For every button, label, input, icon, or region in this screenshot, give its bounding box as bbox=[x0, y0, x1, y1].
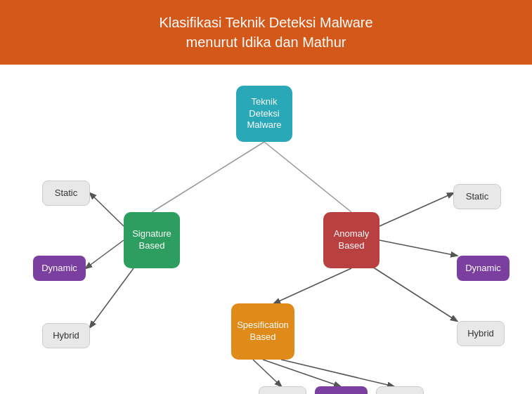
sig-dynamic-node: Dynamic bbox=[33, 256, 86, 281]
node-anomaly-based: AnomalyBased bbox=[323, 212, 379, 268]
diagram-area: Teknik Deteksi Malware SignatureBased An… bbox=[0, 65, 532, 394]
ano-dynamic-node: Dynamic bbox=[457, 256, 510, 281]
spe-hybrid-node: Hybrid bbox=[376, 386, 424, 394]
svg-line-6 bbox=[379, 240, 457, 256]
svg-line-5 bbox=[379, 193, 453, 226]
svg-line-11 bbox=[281, 360, 394, 386]
header-line2: menurut Idika dan Mathur bbox=[186, 34, 346, 50]
svg-line-8 bbox=[274, 268, 351, 303]
ano-static-node: Static bbox=[453, 184, 501, 209]
svg-line-7 bbox=[372, 267, 457, 321]
svg-line-9 bbox=[253, 360, 281, 386]
node-teknik-deteksi-malware: Teknik Deteksi Malware bbox=[236, 86, 292, 142]
sig-static-node: Static bbox=[42, 180, 90, 206]
header: Klasifikasi Teknik Deteksi Malware menur… bbox=[0, 0, 532, 65]
svg-line-0 bbox=[152, 142, 264, 212]
svg-line-10 bbox=[263, 360, 340, 386]
svg-line-1 bbox=[264, 142, 351, 212]
svg-line-4 bbox=[90, 268, 134, 327]
sig-hybrid-node: Hybrid bbox=[42, 323, 90, 348]
svg-line-2 bbox=[90, 193, 124, 226]
node-spesification-based: SpesificationBased bbox=[231, 303, 294, 360]
svg-line-3 bbox=[86, 240, 124, 268]
ano-hybrid-node: Hybrid bbox=[457, 321, 505, 346]
spe-static-node: Static bbox=[259, 386, 306, 394]
node-signature-based: SignatureBased bbox=[124, 212, 180, 268]
header-line1: Klasifikasi Teknik Deteksi Malware bbox=[159, 15, 372, 30]
spe-dynamic-node: Dynamic bbox=[315, 386, 368, 394]
